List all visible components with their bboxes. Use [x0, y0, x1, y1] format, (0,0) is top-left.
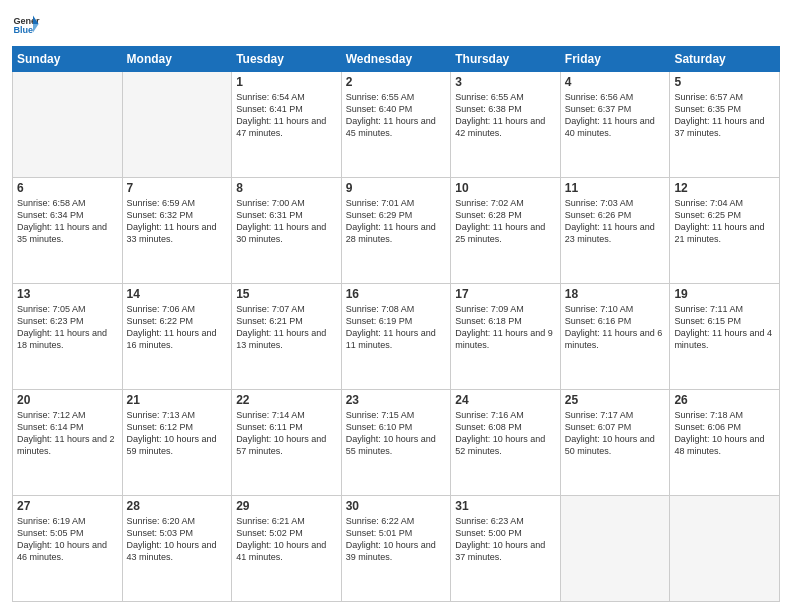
day-number: 12: [674, 181, 775, 195]
calendar-cell: 13Sunrise: 7:05 AMSunset: 6:23 PMDayligh…: [13, 284, 123, 390]
cell-sun-info: Sunrise: 7:08 AMSunset: 6:19 PMDaylight:…: [346, 303, 447, 352]
weekday-header-wednesday: Wednesday: [341, 47, 451, 72]
calendar-cell: 31Sunrise: 6:23 AMSunset: 5:00 PMDayligh…: [451, 496, 561, 602]
calendar-cell: 6Sunrise: 6:58 AMSunset: 6:34 PMDaylight…: [13, 178, 123, 284]
cell-sun-info: Sunrise: 6:55 AMSunset: 6:38 PMDaylight:…: [455, 91, 556, 140]
weekday-header-sunday: Sunday: [13, 47, 123, 72]
day-number: 14: [127, 287, 228, 301]
calendar-table: SundayMondayTuesdayWednesdayThursdayFrid…: [12, 46, 780, 602]
cell-sun-info: Sunrise: 7:16 AMSunset: 6:08 PMDaylight:…: [455, 409, 556, 458]
cell-sun-info: Sunrise: 7:07 AMSunset: 6:21 PMDaylight:…: [236, 303, 337, 352]
day-number: 11: [565, 181, 666, 195]
logo-icon: General Blue: [12, 10, 40, 38]
calendar-cell: 1Sunrise: 6:54 AMSunset: 6:41 PMDaylight…: [232, 72, 342, 178]
calendar-cell: 11Sunrise: 7:03 AMSunset: 6:26 PMDayligh…: [560, 178, 670, 284]
cell-sun-info: Sunrise: 6:19 AMSunset: 5:05 PMDaylight:…: [17, 515, 118, 564]
day-number: 4: [565, 75, 666, 89]
cell-sun-info: Sunrise: 7:10 AMSunset: 6:16 PMDaylight:…: [565, 303, 666, 352]
calendar-cell: 8Sunrise: 7:00 AMSunset: 6:31 PMDaylight…: [232, 178, 342, 284]
day-number: 15: [236, 287, 337, 301]
calendar-cell: [13, 72, 123, 178]
calendar-cell: 14Sunrise: 7:06 AMSunset: 6:22 PMDayligh…: [122, 284, 232, 390]
calendar-cell: 18Sunrise: 7:10 AMSunset: 6:16 PMDayligh…: [560, 284, 670, 390]
calendar-cell: 12Sunrise: 7:04 AMSunset: 6:25 PMDayligh…: [670, 178, 780, 284]
calendar-cell: 5Sunrise: 6:57 AMSunset: 6:35 PMDaylight…: [670, 72, 780, 178]
day-number: 21: [127, 393, 228, 407]
day-number: 18: [565, 287, 666, 301]
day-number: 17: [455, 287, 556, 301]
cell-sun-info: Sunrise: 7:06 AMSunset: 6:22 PMDaylight:…: [127, 303, 228, 352]
svg-text:Blue: Blue: [13, 25, 33, 35]
day-number: 1: [236, 75, 337, 89]
calendar-week-3: 13Sunrise: 7:05 AMSunset: 6:23 PMDayligh…: [13, 284, 780, 390]
cell-sun-info: Sunrise: 6:22 AMSunset: 5:01 PMDaylight:…: [346, 515, 447, 564]
cell-sun-info: Sunrise: 7:09 AMSunset: 6:18 PMDaylight:…: [455, 303, 556, 352]
calendar-cell: 23Sunrise: 7:15 AMSunset: 6:10 PMDayligh…: [341, 390, 451, 496]
day-number: 30: [346, 499, 447, 513]
day-number: 29: [236, 499, 337, 513]
calendar-cell: [560, 496, 670, 602]
cell-sun-info: Sunrise: 6:57 AMSunset: 6:35 PMDaylight:…: [674, 91, 775, 140]
day-number: 2: [346, 75, 447, 89]
calendar-cell: 7Sunrise: 6:59 AMSunset: 6:32 PMDaylight…: [122, 178, 232, 284]
calendar-cell: 3Sunrise: 6:55 AMSunset: 6:38 PMDaylight…: [451, 72, 561, 178]
calendar-week-5: 27Sunrise: 6:19 AMSunset: 5:05 PMDayligh…: [13, 496, 780, 602]
weekday-header-friday: Friday: [560, 47, 670, 72]
cell-sun-info: Sunrise: 7:01 AMSunset: 6:29 PMDaylight:…: [346, 197, 447, 246]
weekday-header-monday: Monday: [122, 47, 232, 72]
cell-sun-info: Sunrise: 6:56 AMSunset: 6:37 PMDaylight:…: [565, 91, 666, 140]
svg-marker-3: [33, 24, 39, 32]
cell-sun-info: Sunrise: 7:11 AMSunset: 6:15 PMDaylight:…: [674, 303, 775, 352]
cell-sun-info: Sunrise: 6:23 AMSunset: 5:00 PMDaylight:…: [455, 515, 556, 564]
calendar-cell: 26Sunrise: 7:18 AMSunset: 6:06 PMDayligh…: [670, 390, 780, 496]
calendar-cell: [122, 72, 232, 178]
day-number: 16: [346, 287, 447, 301]
page: General Blue SundayMondayTuesdayWednesda…: [0, 0, 792, 612]
calendar-cell: 4Sunrise: 6:56 AMSunset: 6:37 PMDaylight…: [560, 72, 670, 178]
day-number: 24: [455, 393, 556, 407]
day-number: 13: [17, 287, 118, 301]
weekday-header-thursday: Thursday: [451, 47, 561, 72]
calendar-cell: 24Sunrise: 7:16 AMSunset: 6:08 PMDayligh…: [451, 390, 561, 496]
calendar-cell: 17Sunrise: 7:09 AMSunset: 6:18 PMDayligh…: [451, 284, 561, 390]
cell-sun-info: Sunrise: 7:14 AMSunset: 6:11 PMDaylight:…: [236, 409, 337, 458]
day-number: 19: [674, 287, 775, 301]
calendar-cell: [670, 496, 780, 602]
day-number: 23: [346, 393, 447, 407]
calendar-cell: 20Sunrise: 7:12 AMSunset: 6:14 PMDayligh…: [13, 390, 123, 496]
cell-sun-info: Sunrise: 7:18 AMSunset: 6:06 PMDaylight:…: [674, 409, 775, 458]
day-number: 10: [455, 181, 556, 195]
day-number: 31: [455, 499, 556, 513]
day-number: 5: [674, 75, 775, 89]
weekday-header-tuesday: Tuesday: [232, 47, 342, 72]
header: General Blue: [12, 10, 780, 38]
calendar-week-1: 1Sunrise: 6:54 AMSunset: 6:41 PMDaylight…: [13, 72, 780, 178]
cell-sun-info: Sunrise: 7:17 AMSunset: 6:07 PMDaylight:…: [565, 409, 666, 458]
cell-sun-info: Sunrise: 7:00 AMSunset: 6:31 PMDaylight:…: [236, 197, 337, 246]
day-number: 25: [565, 393, 666, 407]
weekday-header-saturday: Saturday: [670, 47, 780, 72]
day-number: 9: [346, 181, 447, 195]
calendar-cell: 27Sunrise: 6:19 AMSunset: 5:05 PMDayligh…: [13, 496, 123, 602]
day-number: 20: [17, 393, 118, 407]
cell-sun-info: Sunrise: 6:54 AMSunset: 6:41 PMDaylight:…: [236, 91, 337, 140]
cell-sun-info: Sunrise: 7:03 AMSunset: 6:26 PMDaylight:…: [565, 197, 666, 246]
calendar-week-4: 20Sunrise: 7:12 AMSunset: 6:14 PMDayligh…: [13, 390, 780, 496]
calendar-cell: 19Sunrise: 7:11 AMSunset: 6:15 PMDayligh…: [670, 284, 780, 390]
calendar-week-2: 6Sunrise: 6:58 AMSunset: 6:34 PMDaylight…: [13, 178, 780, 284]
cell-sun-info: Sunrise: 6:55 AMSunset: 6:40 PMDaylight:…: [346, 91, 447, 140]
cell-sun-info: Sunrise: 7:13 AMSunset: 6:12 PMDaylight:…: [127, 409, 228, 458]
day-number: 7: [127, 181, 228, 195]
calendar-cell: 16Sunrise: 7:08 AMSunset: 6:19 PMDayligh…: [341, 284, 451, 390]
calendar-cell: 28Sunrise: 6:20 AMSunset: 5:03 PMDayligh…: [122, 496, 232, 602]
cell-sun-info: Sunrise: 7:05 AMSunset: 6:23 PMDaylight:…: [17, 303, 118, 352]
day-number: 3: [455, 75, 556, 89]
calendar-cell: 25Sunrise: 7:17 AMSunset: 6:07 PMDayligh…: [560, 390, 670, 496]
day-number: 26: [674, 393, 775, 407]
day-number: 6: [17, 181, 118, 195]
cell-sun-info: Sunrise: 7:04 AMSunset: 6:25 PMDaylight:…: [674, 197, 775, 246]
cell-sun-info: Sunrise: 6:20 AMSunset: 5:03 PMDaylight:…: [127, 515, 228, 564]
calendar-cell: 30Sunrise: 6:22 AMSunset: 5:01 PMDayligh…: [341, 496, 451, 602]
calendar-cell: 22Sunrise: 7:14 AMSunset: 6:11 PMDayligh…: [232, 390, 342, 496]
cell-sun-info: Sunrise: 6:21 AMSunset: 5:02 PMDaylight:…: [236, 515, 337, 564]
